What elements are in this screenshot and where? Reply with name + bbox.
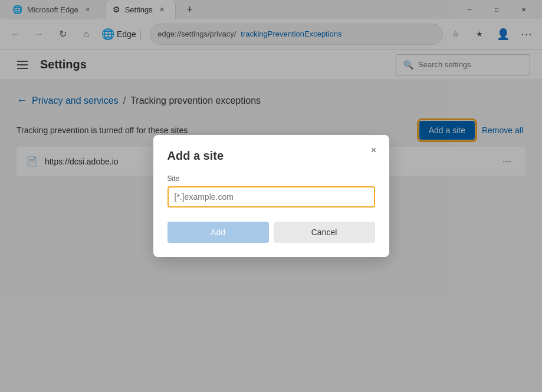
dialog-overlay: × Add a site Site Add Cancel: [0, 0, 542, 392]
dialog-actions: Add Cancel: [167, 222, 375, 243]
dialog-cancel-button[interactable]: Cancel: [274, 222, 375, 243]
site-field-label: Site: [167, 174, 375, 183]
dialog-close-button[interactable]: ×: [366, 142, 382, 159]
site-input-field[interactable]: [167, 186, 375, 207]
dialog-title: Add a site: [167, 149, 375, 163]
dialog-add-button[interactable]: Add: [167, 222, 269, 243]
add-site-dialog: × Add a site Site Add Cancel: [153, 135, 389, 257]
